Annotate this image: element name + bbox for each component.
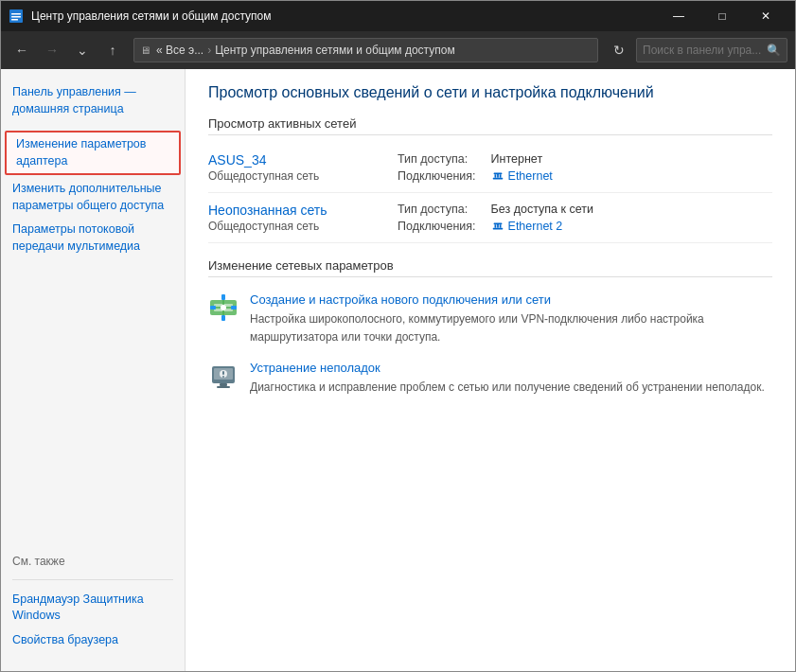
sidebar-item-browser[interactable]: Свойства браузера — [1, 628, 185, 653]
network-setup-icon — [208, 292, 239, 323]
change-item-text-2: Устранение неполадок Диагностика и испра… — [250, 361, 772, 396]
sidebar-bottom: См. также Брандмауэр Защитника Windows С… — [1, 543, 185, 661]
access-labels-1: Тип доступа: Подключения: — [398, 152, 476, 183]
network-right-2: Тип доступа: Подключения: Без доступа к … — [398, 203, 772, 233]
troubleshoot-icon — [208, 361, 239, 391]
address-icon: 🖥 — [140, 44, 150, 56]
search-input[interactable] — [643, 44, 763, 57]
sidebar-item-media[interactable]: Параметры потоковой передачи мультимедиа — [1, 218, 185, 258]
change-section: Изменение сетевых параметров — [208, 258, 772, 402]
svg-rect-8 — [493, 173, 502, 175]
svg-rect-31 — [222, 376, 224, 378]
access-link-conn-2[interactable]: Ethernet 2 — [491, 220, 593, 233]
svg-rect-18 — [221, 315, 225, 321]
back-button[interactable]: ← — [9, 37, 35, 63]
change-item-desc-1: Настройка широкополосного, коммутируемог… — [250, 312, 704, 344]
access-values-1: Интернет Ether — [491, 152, 553, 183]
sidebar-item-adapter[interactable]: Изменение параметров адаптера — [5, 131, 181, 175]
minimize-button[interactable]: — — [657, 1, 700, 31]
network-left-2: Неопознанная сеть Общедоступная сеть — [208, 203, 398, 233]
change-item-desc-2: Диагностика и исправление проблем с сеть… — [250, 380, 765, 394]
svg-point-16 — [221, 305, 226, 310]
close-button[interactable]: ✕ — [744, 1, 787, 31]
access-label-type-1: Тип доступа: — [398, 152, 476, 166]
search-icon: 🔍 — [767, 44, 781, 57]
network-name-2[interactable]: Неопознанная сеть — [208, 203, 398, 218]
svg-rect-5 — [494, 174, 496, 178]
breadcrumb-prefix: « Все э... — [156, 44, 203, 57]
ethernet-link-text-2: Ethernet 2 — [508, 220, 563, 233]
window-icon — [9, 9, 24, 24]
active-networks-title: Просмотр активных сетей — [208, 116, 772, 135]
window-controls: — □ ✕ — [657, 1, 787, 31]
main-content: Просмотр основных сведений о сети и наст… — [186, 69, 795, 671]
change-item-1: Создание и настройка нового подключения … — [208, 285, 772, 353]
access-value-type-2: Без доступа к сети — [491, 203, 593, 216]
change-item-link-1[interactable]: Создание и настройка нового подключения … — [250, 292, 772, 307]
change-item-text-1: Создание и настройка нового подключения … — [250, 292, 772, 345]
access-value-type-1: Интернет — [491, 152, 553, 166]
network-card-2: Неопознанная сеть Общедоступная сеть Тип… — [208, 193, 772, 243]
svg-rect-9 — [492, 228, 503, 230]
forward-button[interactable]: → — [39, 37, 65, 63]
sidebar-divider — [12, 579, 173, 580]
content-area: Панель управления — домашняя страница Из… — [1, 69, 795, 671]
access-label-conn-2: Подключения: — [398, 220, 476, 233]
network-type-1: Общедоступная сеть — [208, 169, 398, 183]
svg-rect-17 — [221, 294, 225, 300]
access-values-2: Без доступа к сети — [491, 203, 593, 233]
maximize-button[interactable]: □ — [700, 1, 744, 31]
see-also-label: См. также — [1, 551, 185, 572]
change-item-2: Устранение неполадок Диагностика и испра… — [208, 353, 772, 403]
window-title: Центр управления сетями и общим доступом — [31, 9, 657, 23]
access-labels-2: Тип доступа: Подключения: — [398, 203, 476, 233]
svg-rect-10 — [494, 224, 496, 228]
network-card-1: ASUS_34 Общедоступная сеть Тип доступа: … — [208, 143, 772, 193]
refresh-button[interactable]: ↻ — [606, 37, 632, 63]
sidebar-item-home[interactable]: Панель управления — домашняя страница — [1, 80, 185, 121]
sidebar: Панель управления — домашняя страница Из… — [1, 69, 186, 671]
svg-rect-7 — [499, 174, 501, 178]
sidebar-item-sharing[interactable]: Изменить дополнительные параметры общего… — [1, 177, 185, 218]
breadcrumb-current: Центр управления сетями и общим доступом — [215, 44, 455, 57]
svg-rect-1 — [11, 13, 21, 15]
nav-bar: ← → ⌄ ↑ 🖥 « Все э... › Центр управления … — [1, 31, 795, 69]
ethernet-link-text-1: Ethernet — [508, 169, 553, 183]
svg-rect-13 — [493, 223, 502, 225]
up-button[interactable]: ↑ — [99, 37, 126, 63]
sidebar-item-firewall[interactable]: Брандмауэр Защитника Windows — [1, 588, 185, 628]
dropdown-button[interactable]: ⌄ — [69, 37, 96, 63]
svg-rect-2 — [11, 16, 21, 18]
network-left-1: ASUS_34 Общедоступная сеть — [208, 152, 398, 183]
svg-rect-3 — [11, 19, 18, 21]
svg-rect-28 — [217, 386, 230, 388]
ethernet-icon-2 — [491, 220, 504, 233]
svg-rect-12 — [499, 224, 501, 228]
ethernet-icon-1 — [491, 169, 504, 183]
title-bar: Центр управления сетями и общим доступом… — [1, 1, 795, 31]
svg-rect-30 — [222, 371, 224, 375]
change-item-link-2[interactable]: Устранение неполадок — [250, 361, 772, 375]
search-box[interactable]: 🔍 — [636, 38, 787, 62]
sidebar-section-main: Панель управления — домашняя страница Из… — [1, 80, 185, 258]
change-section-title: Изменение сетевых параметров — [208, 258, 772, 277]
main-window: Центр управления сетями и общим доступом… — [0, 0, 796, 672]
page-title: Просмотр основных сведений о сети и наст… — [208, 84, 772, 101]
svg-rect-27 — [220, 383, 227, 386]
network-right-1: Тип доступа: Подключения: Интернет — [398, 152, 772, 183]
address-bar[interactable]: 🖥 « Все э... › Центр управления сетями и… — [133, 38, 598, 62]
access-link-conn-1[interactable]: Ethernet — [491, 169, 553, 183]
network-type-2: Общедоступная сеть — [208, 220, 398, 233]
svg-rect-4 — [492, 178, 503, 180]
svg-rect-19 — [210, 306, 216, 309]
access-label-type-2: Тип доступа: — [398, 203, 476, 216]
access-label-conn-1: Подключения: — [398, 169, 476, 183]
breadcrumb-separator: › — [207, 44, 211, 57]
svg-rect-20 — [231, 306, 237, 309]
network-name-1[interactable]: ASUS_34 — [208, 152, 398, 168]
